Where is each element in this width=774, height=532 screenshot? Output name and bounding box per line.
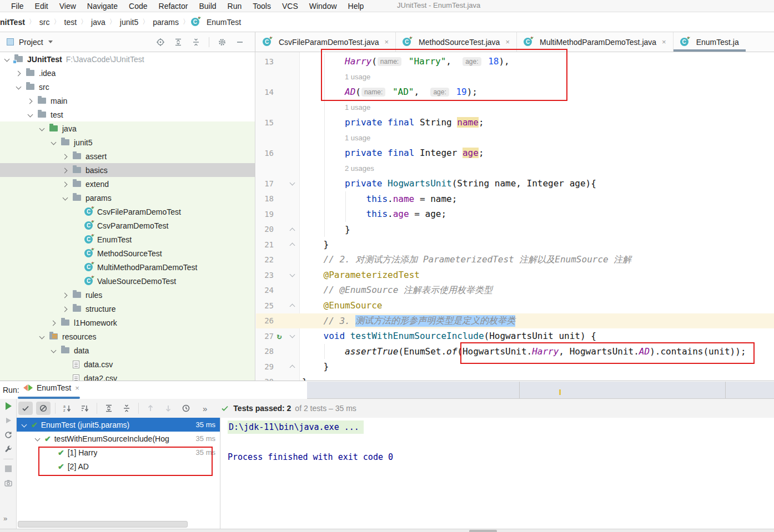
breadcrumb-item-enumtest[interactable]: CEnumTest [191, 18, 241, 27]
horizontal-scrollbar[interactable] [18, 521, 188, 528]
code-line-27[interactable]: 27↻void testWithEnumSourceInclude(Hogwar… [256, 328, 774, 344]
project-panel-title[interactable]: Project [19, 38, 43, 47]
code-line-14[interactable]: 14AD(name: "AD", age: 19); [256, 84, 774, 100]
close-icon[interactable]: × [385, 38, 389, 46]
expand-all-button[interactable] [102, 402, 116, 415]
menu-item-window[interactable]: Window [304, 2, 343, 11]
inlay-usage-hint[interactable]: 1 usage [256, 130, 774, 146]
fold-marker-icon[interactable] [290, 181, 294, 185]
close-icon[interactable]: × [505, 38, 510, 46]
code-line-15[interactable]: 15private final String name; [256, 115, 774, 130]
chevron-down-icon[interactable] [51, 140, 56, 145]
tree-item-data-csv[interactable]: data.csv [0, 357, 255, 371]
code-editor[interactable]: 13Harry(name: "Harry", age: 18),1 usage1… [256, 52, 774, 381]
chevron-down-icon[interactable] [28, 113, 32, 117]
chevron-down-icon[interactable] [51, 348, 56, 353]
breadcrumb-item-src[interactable]: src [37, 18, 52, 27]
menu-item-edit[interactable]: Edit [29, 2, 54, 11]
test-result-item-testwithenumsourceinclude-hog[interactable]: ✔testWithEnumSourceInclude(Hog35 ms [17, 432, 220, 445]
chevron-right-icon[interactable] [63, 182, 67, 186]
tree-item-data2-csv[interactable]: data2.csv [0, 371, 255, 381]
test-settings-button[interactable] [0, 442, 17, 457]
tree-item--idea[interactable]: .idea [0, 66, 255, 80]
chevron-right-icon[interactable] [51, 321, 56, 325]
fold-marker-icon[interactable] [290, 227, 294, 231]
test-result-item-enumtest-junit5-params-[interactable]: ✔EnumTest (junit5.params)35 ms [17, 418, 220, 432]
chevron-down-icon[interactable] [63, 196, 67, 200]
code-line-21[interactable]: 21} [256, 237, 774, 252]
inlay-usage-hint[interactable]: 2 usages [256, 161, 774, 176]
tree-item-structure[interactable]: structure [0, 302, 255, 316]
chevron-right-icon[interactable] [63, 154, 67, 159]
menu-item-help[interactable]: Help [343, 2, 370, 11]
tree-item-valuesourcedemotest[interactable]: CValueSourceDemoTest [0, 274, 255, 288]
show-passed-button[interactable] [18, 402, 33, 415]
rerun-button[interactable] [0, 399, 17, 413]
test-history-button[interactable] [179, 402, 193, 415]
code-line-17[interactable]: 17private HogwartsUnit(String name, Inte… [256, 176, 774, 191]
menu-item-code[interactable]: Code [123, 2, 153, 11]
fold-marker-icon[interactable] [290, 242, 294, 246]
tree-item-assert[interactable]: assert [0, 149, 255, 163]
tree-item-methodsourcetest[interactable]: CMethodSourceTest [0, 246, 255, 260]
tree-item-basics[interactable]: basics [0, 163, 255, 177]
chevron-right-icon[interactable] [63, 307, 67, 311]
expand-all-button[interactable] [173, 37, 183, 47]
tree-item-src[interactable]: src [0, 80, 255, 94]
tree-item-l1homework[interactable]: l1Homework [0, 316, 255, 330]
run-console[interactable]: D:\jdk-11\bin\java.exe ...Process finish… [220, 418, 774, 532]
more-actions-icon[interactable]: » [203, 404, 207, 413]
chevron-right-icon[interactable] [63, 293, 67, 297]
breadcrumb-item-junit5[interactable]: junit5 [118, 18, 140, 27]
editor-tab-multimethodparamdemotest-java[interactable]: CMultiMethodParamDemoTest.java× [517, 32, 674, 52]
menu-item-refactor[interactable]: Refactor [153, 2, 194, 11]
chevron-down-icon[interactable] [39, 335, 44, 339]
horizontal-scrollbar-thumb[interactable] [469, 530, 497, 532]
tree-item-junit5[interactable]: junit5 [0, 135, 255, 149]
tree-item-enumtest[interactable]: CEnumTest [0, 232, 255, 246]
previous-failed-test-button[interactable] [143, 402, 158, 415]
next-failed-test-button[interactable] [161, 402, 175, 415]
chevron-down-icon[interactable] [16, 85, 21, 89]
close-icon[interactable]: × [662, 38, 666, 46]
fold-marker-icon[interactable] [290, 273, 294, 277]
breadcrumb-item-params[interactable]: params [150, 18, 181, 27]
close-icon[interactable]: × [75, 384, 79, 392]
inlay-usage-hint[interactable]: 1 usage [256, 69, 774, 85]
tree-item-data[interactable]: data [0, 343, 255, 357]
menu-item-view[interactable]: View [54, 2, 82, 11]
tree-item-extend[interactable]: extend [0, 177, 255, 191]
hide-successful-button[interactable] [36, 402, 51, 415]
fold-marker-icon[interactable] [290, 364, 294, 368]
settings-gear-button[interactable] [217, 37, 227, 47]
chevron-down-icon[interactable] [36, 437, 40, 441]
code-line-24[interactable]: 24// @EnumSource 注解表示使用枚举类型 [256, 283, 774, 298]
fold-marker-icon[interactable] [290, 334, 294, 338]
menu-item-run[interactable]: Run [222, 2, 248, 11]
tree-item-main[interactable]: main [0, 94, 255, 108]
chevron-right-icon[interactable] [28, 99, 32, 103]
code-line-18[interactable]: 18this.name = name; [256, 191, 774, 207]
collapse-all-button[interactable] [191, 37, 201, 47]
fold-marker-icon[interactable] [290, 303, 294, 307]
chevron-down-icon[interactable] [4, 57, 9, 62]
sort-by-duration-button[interactable] [78, 402, 92, 415]
tree-item-resources[interactable]: resources [0, 330, 255, 343]
menu-item-file[interactable]: File [6, 2, 29, 11]
editor-tab-methodsourcetest-java[interactable]: CMethodSourceTest.java× [396, 32, 517, 52]
breadcrumb-item-nittest[interactable]: nitTest [0, 18, 27, 27]
menu-item-navigate[interactable]: Navigate [82, 2, 123, 11]
chevron-down-icon[interactable] [48, 40, 53, 43]
code-line-28[interactable]: 28assertTrue(EnumSet.of(HogwartsUnit.Har… [256, 344, 774, 359]
test-passed-rerun-icon[interactable]: ↻ [277, 331, 282, 341]
test-result-item--2-ad[interactable]: ✔[2] AD [17, 459, 220, 473]
locate-button[interactable] [155, 37, 165, 47]
editor-tab-enumtest-ja[interactable]: CEnumTest.ja [674, 32, 746, 52]
menu-item-build[interactable]: Build [193, 2, 222, 11]
breadcrumb-item-java[interactable]: java [89, 18, 108, 27]
hide-panel-button[interactable] [235, 37, 245, 47]
code-line-16[interactable]: 16private final Integer age; [256, 145, 774, 161]
toggle-auto-test-button[interactable] [0, 428, 17, 442]
sort-alphabetically-button[interactable]: az [60, 402, 74, 415]
code-line-29[interactable]: 29} [256, 359, 774, 374]
